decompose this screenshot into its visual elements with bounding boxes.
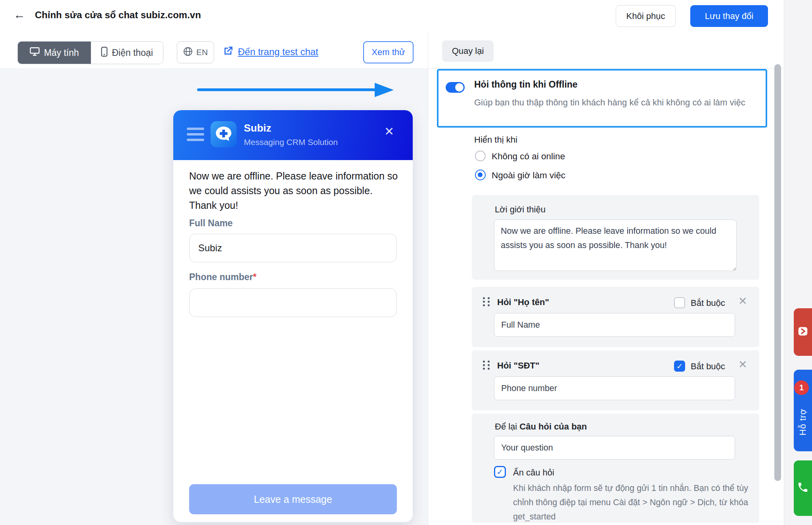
drag-handle-icon[interactable] (483, 297, 490, 306)
restore-button[interactable]: Khôi phục (616, 5, 676, 27)
ask-name-input[interactable] (494, 313, 735, 337)
full-name-input[interactable] (189, 234, 397, 262)
toggle-knob (455, 83, 463, 92)
widget-close-icon[interactable]: ✕ (384, 124, 394, 138)
ask-phone-input[interactable] (494, 376, 735, 400)
display-when-label: Hiển thị khi (474, 135, 517, 145)
side-tab-mail[interactable] (794, 308, 812, 356)
tab-desktop[interactable]: Máy tính (18, 42, 91, 64)
offline-setting-title: Hỏi thông tin khi Offline (474, 79, 578, 90)
preview-button[interactable]: Xem thử (363, 41, 414, 63)
ask-phone-required-checkbox[interactable]: ✓ (674, 361, 685, 372)
support-badge: 1 (794, 380, 809, 395)
full-name-label: Full Name (189, 218, 233, 229)
widget-brand: Subiz (244, 122, 271, 134)
phone-label: Phone number* (189, 272, 257, 283)
menu-icon-bar (187, 133, 204, 136)
page-title: Chỉnh sửa cửa sổ chat subiz.com.vn (35, 10, 201, 21)
radio-no-one-online[interactable] (475, 151, 486, 161)
pointer-arrow (197, 88, 376, 91)
support-tab-label: Hỗ trợ (798, 409, 808, 435)
brand-avatar (211, 121, 237, 149)
globe-icon (183, 47, 193, 58)
drag-handle-icon[interactable] (483, 361, 490, 370)
hide-question-description: Khi khách nhập form sẽ tự động gửi 1 tin… (513, 481, 756, 524)
chat-widget-editor: ← Chỉnh sửa cửa sổ chat subiz.com.vn Khô… (0, 0, 812, 525)
radio-no-one-online-label[interactable]: Không có ai online (492, 151, 565, 162)
test-page-link[interactable]: Đến trang test chat (238, 46, 318, 57)
save-changes-button[interactable]: Lưu thay đổi (690, 5, 768, 27)
radio-outside-hours[interactable] (475, 170, 486, 180)
panel-divider (428, 32, 428, 525)
back-panel-button[interactable]: Quay lại (442, 40, 494, 62)
greeting-textarea[interactable]: Now we are offline. Please leave informa… (494, 220, 737, 271)
offline-setting-description: Giúp bạn thu thập thông tin khách hàng k… (474, 95, 756, 110)
phone-handset-icon (797, 481, 809, 495)
tab-mobile-label: Điện thoại (112, 48, 153, 58)
menu-icon[interactable] (187, 128, 204, 130)
offline-message: Now we are offline. Please leave informa… (189, 169, 400, 213)
question-label: Để lại Câu hỏi của bạn (495, 422, 587, 432)
ask-name-required-label[interactable]: Bắt buộc (691, 298, 725, 308)
language-label: EN (196, 48, 208, 57)
widget-tagline: Messaging CRM Solution (244, 137, 338, 147)
pointer-arrow-head (375, 83, 394, 97)
device-switcher: Máy tính Điện thoại (17, 41, 163, 64)
hide-question-label[interactable]: Ẩn câu hỏi (513, 468, 554, 478)
leave-message-button[interactable]: Leave a message (189, 484, 397, 514)
required-asterisk: * (253, 272, 257, 282)
ask-name-close-icon[interactable]: ✕ (738, 295, 747, 307)
back-icon[interactable]: ← (13, 8, 25, 21)
side-tab-call[interactable] (794, 460, 812, 516)
mail-arrow-icon (797, 325, 809, 339)
ask-phone-close-icon[interactable]: ✕ (738, 358, 747, 371)
ask-name-required-checkbox[interactable] (674, 297, 685, 308)
chat-widget-preview: Subiz Messaging CRM Solution ✕ Now we ar… (173, 110, 413, 522)
phone-input[interactable] (189, 288, 397, 317)
external-link-icon (222, 45, 234, 59)
tab-desktop-label: Máy tính (44, 48, 79, 58)
hide-question-checkbox[interactable]: ✓ (494, 466, 506, 478)
radio-outside-hours-label[interactable]: Ngoài giờ làm việc (492, 170, 565, 181)
tab-mobile[interactable]: Điện thoại (91, 42, 163, 64)
mobile-icon (101, 47, 107, 59)
widget-header: Subiz Messaging CRM Solution ✕ (173, 110, 413, 160)
panel-scrollbar[interactable] (774, 64, 781, 481)
question-input[interactable] (494, 436, 735, 460)
ask-phone-title: Hỏi "SĐT" (497, 361, 539, 371)
ask-name-title: Hỏi "Họ tên" (497, 297, 549, 307)
greeting-label: Lời giới thiệu (495, 204, 546, 215)
menu-icon-bar (187, 139, 204, 141)
ask-phone-required-label[interactable]: Bắt buộc (691, 361, 725, 372)
monitor-icon (30, 47, 40, 58)
offline-toggle[interactable] (446, 82, 465, 93)
language-button[interactable]: EN (177, 41, 214, 63)
question-label-strong: Câu hỏi của bạn (519, 422, 587, 431)
